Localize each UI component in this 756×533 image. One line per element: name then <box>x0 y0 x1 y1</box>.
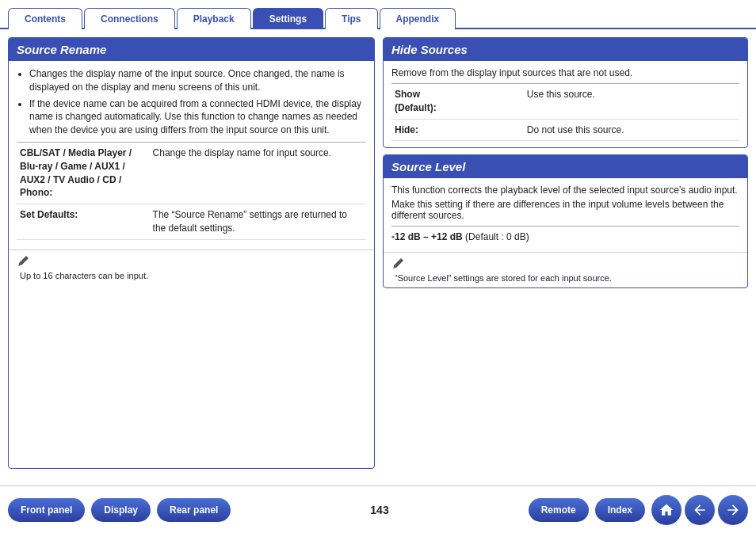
table-value-hide: Do not use this source. <box>524 119 739 141</box>
back-arrow-icon <box>692 502 708 518</box>
home-button[interactable] <box>651 495 682 525</box>
range-label: -12 dB – +12 dB <box>391 231 463 242</box>
source-rename-note-text: Up to 16 characters can be input. <box>17 271 366 280</box>
table-row: CBL/SAT / Media Player / Blu-ray / Game … <box>17 142 366 204</box>
source-level-desc2: Make this setting if there are differenc… <box>391 199 739 221</box>
hide-sources-panel: Hide Sources Remove from the display inp… <box>383 37 748 148</box>
tab-settings[interactable]: Settings <box>253 8 323 29</box>
table-label-sources: CBL/SAT / Media Player / Blu-ray / Game … <box>17 142 150 204</box>
source-level-body: This function corrects the playback leve… <box>384 178 747 249</box>
table-row: Set Defaults: The “Source Rename” settin… <box>17 204 366 240</box>
pencil-icon-2 <box>391 257 406 272</box>
table-label-defaults: Set Defaults: <box>17 204 150 240</box>
tab-connections[interactable]: Connections <box>84 8 175 29</box>
hide-sources-description: Remove from the display input sources th… <box>391 67 739 78</box>
main-content: Source Rename Changes the display name o… <box>0 29 756 473</box>
home-icon <box>659 502 674 518</box>
table-value-sources: Change the display name for input source… <box>150 142 366 204</box>
source-level-desc1: This function corrects the playback leve… <box>391 185 739 196</box>
right-panel: Hide Sources Remove from the display inp… <box>383 37 748 469</box>
footer-nav-icons <box>651 495 748 525</box>
hide-sources-header: Hide Sources <box>384 38 747 61</box>
table-row-show: Show (Default): Use this source. <box>391 84 739 120</box>
pencil-icon <box>17 255 31 269</box>
source-level-header: Source Level <box>384 155 747 178</box>
hide-sources-body: Remove from the display input sources th… <box>384 61 747 147</box>
table-label-show: Show (Default): <box>391 84 524 120</box>
hide-sources-table: Show (Default): Use this source. Hide: D… <box>391 83 739 141</box>
range-default: (Default : 0 dB) <box>465 231 529 242</box>
source-rename-panel: Source Rename Changes the display name o… <box>8 37 375 469</box>
table-row-hide: Hide: Do not use this source. <box>391 119 739 141</box>
source-rename-table: CBL/SAT / Media Player / Blu-ray / Game … <box>17 142 366 240</box>
source-level-panel: Source Level This function corrects the … <box>383 154 748 288</box>
source-level-note: “Source Level” settings are stored for e… <box>384 252 747 287</box>
source-level-note-text: “Source Level” settings are stored for e… <box>391 273 739 283</box>
tab-contents[interactable]: Contents <box>8 8 82 29</box>
table-value-show: Use this source. <box>524 84 739 120</box>
index-button[interactable]: Index <box>595 498 645 522</box>
forward-button[interactable] <box>718 495 748 525</box>
forward-arrow-icon <box>725 502 741 518</box>
source-rename-body: Changes the display name of the input so… <box>9 61 374 246</box>
top-navigation: Contents Connections Playback Settings T… <box>0 0 756 29</box>
back-button[interactable] <box>685 495 715 525</box>
source-rename-header: Source Rename <box>9 38 374 61</box>
page-number: 143 <box>237 504 521 516</box>
source-rename-note: Up to 16 characters can be input. <box>9 249 374 285</box>
remote-button[interactable]: Remote <box>529 498 589 522</box>
table-label-hide: Hide: <box>391 119 524 141</box>
bullet-2: If the device name can be acquired from … <box>29 97 366 137</box>
tab-playback[interactable]: Playback <box>177 8 251 29</box>
table-value-defaults: The “Source Rename” settings are returne… <box>150 204 366 240</box>
front-panel-button[interactable]: Front panel <box>8 498 85 522</box>
rear-panel-button[interactable]: Rear panel <box>157 498 231 522</box>
footer: Front panel Display Rear panel 143 Remot… <box>0 485 756 533</box>
source-level-range: -12 dB – +12 dB (Default : 0 dB) <box>391 226 739 242</box>
display-button[interactable]: Display <box>91 498 151 522</box>
tab-tips[interactable]: Tips <box>325 8 377 29</box>
tab-appendix[interactable]: Appendix <box>380 8 456 29</box>
bullet-1: Changes the display name of the input so… <box>29 67 366 94</box>
